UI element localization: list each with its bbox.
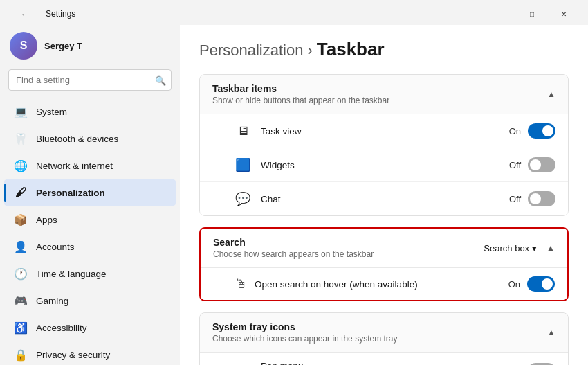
accounts-icon: 👤 xyxy=(14,240,28,253)
sidebar-item-label: Apps xyxy=(36,215,57,225)
search-dropdown-button[interactable]: Search box ▾ xyxy=(478,240,542,256)
sidebar-item-label: Personalization xyxy=(36,188,105,198)
search-dropdown-value: Search box xyxy=(484,243,529,253)
chat-value: Off xyxy=(509,194,521,204)
search-hover-left: 🖱 Open search on hover (when available) xyxy=(235,277,418,292)
app-body: S Sergey T 🔍 💻 System 🦷 Bluetooth & devi… xyxy=(0,25,588,365)
sidebar-item-label: Time & language xyxy=(36,269,107,279)
maximize-button[interactable]: □ xyxy=(516,3,548,24)
search-section-header: Search Choose how search appears on the … xyxy=(201,229,567,268)
cursor-icon: 🖱 xyxy=(235,277,248,292)
sidebar-item-time[interactable]: 🕐 Time & language xyxy=(4,260,176,287)
setting-right: On xyxy=(509,123,555,139)
taskbar-items-collapse-button[interactable]: ▲ xyxy=(547,89,555,99)
pen_menu-label: Pen menu xyxy=(261,361,397,365)
toggle-knob xyxy=(542,125,553,136)
widgets-toggle[interactable] xyxy=(528,157,555,172)
task_view-icon: 🖥 xyxy=(235,123,251,139)
setting-right: Off xyxy=(509,191,555,206)
sidebar-item-gaming[interactable]: 🎮 Gaming xyxy=(4,287,176,314)
search-box-container: 🔍 xyxy=(8,69,172,91)
system-tray-header: System tray icons Choose which icons can… xyxy=(200,313,568,353)
sidebar-item-label: Accessibility xyxy=(36,323,87,333)
privacy-icon: 🔒 xyxy=(14,348,28,362)
sidebar-item-apps[interactable]: 📦 Apps xyxy=(4,206,176,233)
gaming-icon: 🎮 xyxy=(14,294,28,308)
system-tray-section: System tray icons Choose which icons can… xyxy=(199,312,569,365)
content-area: Personalization › Taskbar Taskbar items … xyxy=(180,25,588,365)
titlebar: ← Settings — □ ✕ xyxy=(0,0,588,25)
task_view-value: On xyxy=(509,126,521,136)
avatar: S xyxy=(10,32,37,60)
toggle-knob xyxy=(530,193,541,204)
widgets-icon: 🟦 xyxy=(235,157,251,173)
search-desc: Choose how search appears on the taskbar xyxy=(213,249,374,259)
sidebar-item-label: Accounts xyxy=(36,242,75,252)
search-hover-value: On xyxy=(508,279,520,290)
search-hover-right: On xyxy=(508,276,555,292)
widgets-label: Widgets xyxy=(261,160,295,170)
search-section: Search Choose how search appears on the … xyxy=(199,227,569,301)
sidebar-item-label: Network & internet xyxy=(36,161,113,171)
system-tray-rows: ✏ Pen menu Show pen menu icon when pen i… xyxy=(200,353,568,365)
chat-label: Chat xyxy=(261,194,281,204)
system-tray-header-left: System tray icons Choose which icons can… xyxy=(212,321,397,344)
search-icon: 🔍 xyxy=(155,75,166,85)
back-button[interactable]: ← xyxy=(8,3,40,24)
pen_menu-icon: ✏ xyxy=(235,362,251,366)
titlebar-left: ← Settings xyxy=(8,3,75,24)
task_view-label: Task view xyxy=(261,126,302,136)
taskbar-item-task_view: 🖥 Task view On xyxy=(200,114,568,148)
sidebar-item-label: Privacy & security xyxy=(36,350,110,360)
minimize-button[interactable]: — xyxy=(484,3,516,24)
setting-right: Off xyxy=(509,157,555,172)
search-title: Search xyxy=(213,237,374,248)
sidebar-item-accounts[interactable]: 👤 Accounts xyxy=(4,233,176,260)
breadcrumb-current: Taskbar xyxy=(317,39,385,60)
taskbar-items-rows: 🖥 Task view On 🟦 Widgets Off 💬 Chat Off xyxy=(200,114,568,215)
sidebar-item-system[interactable]: 💻 System xyxy=(4,98,176,125)
sidebar-item-personalization[interactable]: 🖌 Personalization xyxy=(4,179,176,206)
titlebar-title: Settings xyxy=(46,9,75,19)
sidebar-item-label: Gaming xyxy=(36,296,68,306)
taskbar-items-desc: Show or hide buttons that appear on the … xyxy=(212,96,389,105)
breadcrumb-parent: Personalization xyxy=(199,42,303,60)
network-icon: 🌐 xyxy=(14,159,28,172)
chat-toggle[interactable] xyxy=(528,191,555,206)
taskbar-items-header: Taskbar items Show or hide buttons that … xyxy=(200,75,568,114)
search-header-left: Search Choose how search appears on the … xyxy=(213,237,374,259)
user-name: Sergey T xyxy=(44,41,82,51)
search-hover-row: 🖱 Open search on hover (when available) … xyxy=(201,268,567,300)
setting-left: 🟦 Widgets xyxy=(235,157,295,173)
toggle-knob xyxy=(530,159,541,170)
task_view-toggle[interactable] xyxy=(528,123,555,139)
system-icon: 💻 xyxy=(14,105,28,118)
breadcrumb-separator: › xyxy=(307,42,312,60)
sidebar-item-network[interactable]: 🌐 Network & internet xyxy=(4,152,176,179)
setting-left: ✏ Pen menu Show pen menu icon when pen i… xyxy=(235,361,397,365)
tray-item-pen_menu: ✏ Pen menu Show pen menu icon when pen i… xyxy=(200,353,568,365)
sidebar-item-label: Bluetooth & devices xyxy=(36,134,118,144)
setting-left: 🖥 Task view xyxy=(235,123,302,139)
user-profile: S Sergey T xyxy=(0,25,180,69)
system-tray-collapse-button[interactable]: ▲ xyxy=(547,328,555,337)
titlebar-controls: — □ ✕ xyxy=(484,3,580,24)
sidebar-item-privacy[interactable]: 🔒 Privacy & security xyxy=(4,341,176,365)
search-hover-toggle[interactable] xyxy=(527,276,555,292)
close-button[interactable]: ✕ xyxy=(548,3,580,24)
sidebar-nav: 💻 System 🦷 Bluetooth & devices 🌐 Network… xyxy=(0,98,180,365)
taskbar-item-widgets: 🟦 Widgets Off xyxy=(200,148,568,182)
sidebar-item-bluetooth[interactable]: 🦷 Bluetooth & devices xyxy=(4,125,176,152)
personalization-icon: 🖌 xyxy=(14,186,28,199)
taskbar-item-chat: 💬 Chat Off xyxy=(200,182,568,215)
page-header: Personalization › Taskbar xyxy=(199,39,569,60)
search-hover-label: Open search on hover (when available) xyxy=(255,279,418,290)
search-input[interactable] xyxy=(8,69,172,91)
sidebar-item-accessibility[interactable]: ♿ Accessibility xyxy=(4,314,176,341)
pen_menu-toggle[interactable] xyxy=(528,363,555,366)
chat-icon: 💬 xyxy=(235,190,251,207)
accessibility-icon: ♿ xyxy=(14,321,28,335)
system-tray-title: System tray icons xyxy=(212,321,397,332)
search-collapse-button[interactable]: ▲ xyxy=(546,243,555,253)
sidebar-item-label: System xyxy=(36,107,67,117)
